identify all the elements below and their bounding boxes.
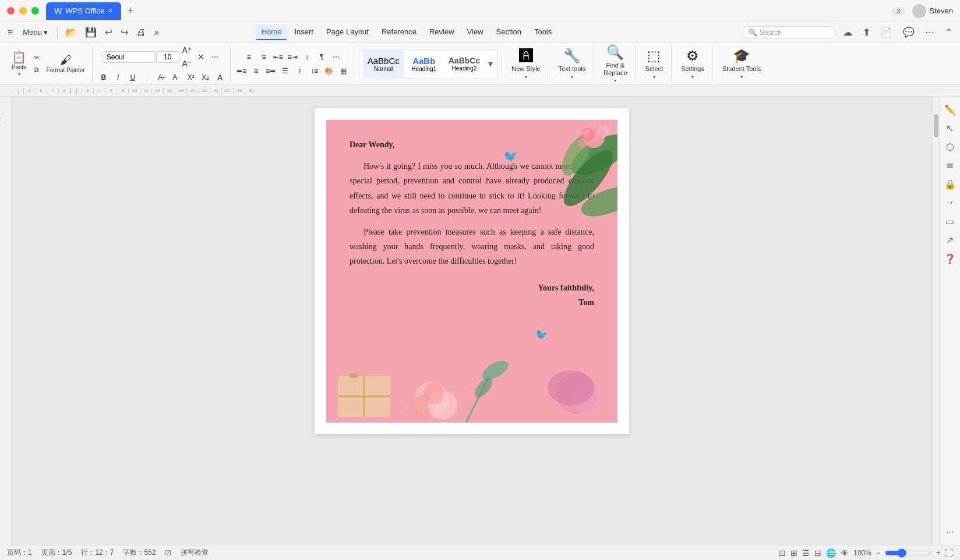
view-page-icon[interactable]: ⊞: [790, 548, 797, 558]
tab-home[interactable]: Home: [256, 24, 288, 40]
search-box[interactable]: 🔍 Search: [742, 26, 835, 39]
copy-button[interactable]: ⧉: [31, 65, 42, 75]
decrease-indent-button[interactable]: ⇤≡: [271, 51, 284, 63]
border-button[interactable]: ▦: [337, 65, 350, 77]
sidebar-arrow-icon[interactable]: →: [942, 194, 958, 211]
notification-badge[interactable]: 3: [892, 7, 905, 15]
sidebar-cursor-icon[interactable]: ↖: [942, 120, 958, 136]
font-name-input[interactable]: [103, 51, 155, 63]
columns-button[interactable]: ⫶: [294, 65, 306, 77]
format-painter-button[interactable]: 🖌 Format Painter: [43, 49, 89, 79]
collapse-icon[interactable]: ⌃: [942, 26, 955, 39]
underline-button[interactable]: U: [126, 71, 139, 84]
view-outline-icon[interactable]: ☰: [802, 548, 810, 558]
sidebar-panel-icon[interactable]: ▭: [942, 213, 958, 229]
more-font-button[interactable]: ⋯: [209, 51, 221, 63]
find-replace-button[interactable]: 🔍 Find &Replace ▾: [599, 47, 631, 81]
decrease-font-button[interactable]: A⁻: [181, 57, 193, 70]
focus-mode-icon[interactable]: 👁: [841, 548, 849, 558]
sidebar-lock-icon[interactable]: 🔒: [942, 176, 958, 192]
sidebar-more-icon[interactable]: ···: [942, 524, 958, 540]
cloud-icon[interactable]: ☁: [840, 26, 855, 39]
student-tools-button[interactable]: 🎓 Student Tools ▾: [718, 47, 765, 81]
increase-font-button[interactable]: A⁺: [181, 44, 193, 56]
svg-point-9: [598, 129, 606, 137]
tab-view[interactable]: View: [461, 24, 489, 40]
tab-tools[interactable]: Tools: [528, 24, 557, 40]
zoom-out-button[interactable]: −: [876, 549, 880, 557]
document-canvas[interactable]: 🐦 Dear Wendy, How's it going? I miss you…: [12, 97, 932, 545]
tab-page-layout[interactable]: Page Layout: [320, 24, 375, 40]
bullet-list-button[interactable]: ≡: [242, 51, 255, 63]
more-list-button[interactable]: ⋯: [330, 51, 343, 63]
font-color-button[interactable]: A━: [156, 71, 168, 84]
spell-check-checkbox[interactable]: ☑: [165, 549, 171, 557]
styles-scroll-button[interactable]: ▾: [487, 57, 494, 70]
share-icon[interactable]: ⬆: [860, 26, 873, 39]
chat-icon[interactable]: 💬: [900, 26, 917, 39]
select-button[interactable]: ⬚ Select ▾: [641, 47, 668, 81]
increase-indent-button[interactable]: ≡⇥: [286, 51, 299, 63]
shading-button[interactable]: 🎨: [323, 65, 336, 77]
tab-reference[interactable]: Reference: [376, 24, 422, 40]
superscript-button[interactable]: X²: [185, 71, 197, 84]
font-size-input[interactable]: [156, 51, 179, 63]
undo-icon[interactable]: ↩: [102, 26, 115, 39]
sidebar-help-icon[interactable]: ❓: [942, 250, 958, 267]
justify-button[interactable]: ☰: [279, 65, 292, 77]
maximize-button[interactable]: [31, 7, 39, 15]
redo-icon[interactable]: ↪: [118, 26, 131, 39]
tab-close-button[interactable]: ✕: [108, 7, 113, 15]
align-center-button[interactable]: ≡: [250, 65, 263, 77]
italic-button[interactable]: I: [112, 71, 125, 84]
ruler-mark: 2: [82, 88, 93, 94]
new-tab-button[interactable]: +: [123, 5, 137, 17]
vertical-scrollbar[interactable]: [932, 97, 939, 545]
line-spacing-button[interactable]: ↕≡: [308, 65, 321, 77]
style-normal[interactable]: AaBbCc Normal: [363, 50, 404, 78]
view-reading-icon[interactable]: ⊟: [814, 548, 821, 558]
view-normal-icon[interactable]: ⊡: [779, 548, 786, 558]
menu-item-menu[interactable]: Menu ▾: [18, 26, 52, 39]
para-marks-button[interactable]: ¶: [315, 51, 328, 63]
style-heading2[interactable]: AaBbCc Heading2: [444, 50, 485, 78]
save-icon[interactable]: 💾: [82, 26, 100, 39]
cut-button[interactable]: ✂: [31, 52, 42, 63]
sidebar-shape-icon[interactable]: ⬡: [942, 139, 958, 155]
zoom-in-button[interactable]: +: [936, 549, 940, 557]
more-options-icon[interactable]: ⋯: [922, 26, 937, 39]
print-icon[interactable]: 🖨: [133, 26, 149, 39]
style-heading1[interactable]: AaBb Heading1: [407, 50, 442, 78]
highlight-button[interactable]: A━: [170, 71, 183, 84]
tab-insert[interactable]: Insert: [288, 24, 319, 40]
active-tab[interactable]: W WPS Office ✕: [46, 2, 121, 20]
bold-button[interactable]: B: [97, 71, 110, 84]
view-web-icon[interactable]: 🌐: [826, 548, 836, 558]
clear-format-button[interactable]: ✕: [195, 51, 207, 63]
hamburger-menu[interactable]: ≡: [5, 26, 16, 39]
tab-section[interactable]: Section: [490, 24, 527, 40]
text-effect-button[interactable]: A: [214, 71, 227, 84]
close-button[interactable]: [7, 7, 15, 15]
sidebar-export-icon[interactable]: ↗: [942, 232, 958, 248]
paste-button[interactable]: 📋 Paste ▾: [8, 49, 30, 79]
align-left-button[interactable]: ⬅≡: [235, 65, 248, 77]
sidebar-filter-icon[interactable]: ≋: [942, 157, 958, 173]
scrollbar-thumb[interactable]: [934, 114, 938, 137]
zoom-slider[interactable]: [885, 548, 931, 558]
numbered-list-button[interactable]: ⁱ≡: [257, 51, 270, 63]
minimize-button[interactable]: [19, 7, 27, 15]
subscript-button[interactable]: X₂: [199, 71, 212, 84]
fullscreen-button[interactable]: ⛶: [945, 548, 953, 558]
align-right-button[interactable]: ≡➡: [264, 65, 277, 77]
text-tools-button[interactable]: 🔧 Text tools ▾: [554, 47, 590, 81]
settings-button[interactable]: ⚙ Settings ▾: [676, 47, 709, 81]
sort-button[interactable]: ↕: [301, 51, 313, 63]
pdf-icon[interactable]: 📄: [878, 26, 895, 39]
new-style-button[interactable]: 🅰 New Style ▾: [507, 47, 545, 81]
style-heading1-label: Heading1: [411, 66, 436, 72]
sidebar-pencil-icon[interactable]: ✏️: [942, 101, 958, 118]
tab-review[interactable]: Review: [423, 24, 460, 40]
open-icon[interactable]: 📂: [62, 26, 80, 39]
more-icon[interactable]: »: [151, 26, 162, 39]
